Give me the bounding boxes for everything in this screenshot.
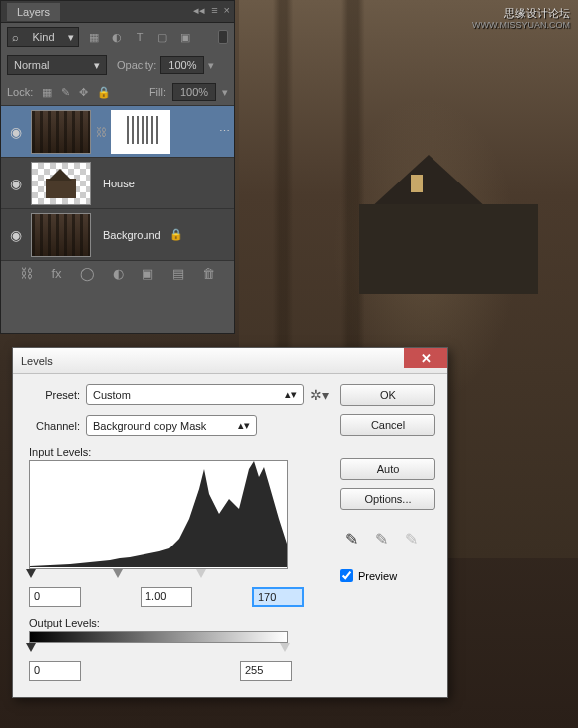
- watermark: 思缘设计论坛: [504, 6, 570, 21]
- opacity-input[interactable]: 100%: [160, 56, 204, 74]
- output-levels-label: Output Levels:: [29, 617, 326, 629]
- output-gradient: [29, 631, 288, 643]
- layer-row[interactable]: ◉ House: [1, 157, 234, 208]
- filter-kind-select[interactable]: ⌕ Kind ▾: [7, 27, 79, 47]
- lock-label: Lock:: [7, 86, 33, 98]
- preset-value: Custom: [93, 389, 131, 401]
- layers-panel: Layers ◂◂ ≡ × ⌕ Kind ▾ ▦ ◐ T ▢ ▣ Normal …: [0, 0, 235, 334]
- eyedropper-white-icon[interactable]: ✎: [400, 528, 422, 549]
- filter-smart-icon[interactable]: ▣: [176, 28, 194, 46]
- preset-select[interactable]: Custom ▴▾: [86, 384, 304, 405]
- layer-row[interactable]: ◉ Background 🔒: [1, 208, 234, 260]
- midtone-handle[interactable]: [113, 569, 123, 578]
- preview-label: Preview: [358, 570, 397, 582]
- group-icon[interactable]: ▣: [142, 266, 153, 281]
- panel-close-icon[interactable]: ×: [224, 4, 230, 17]
- eyedropper-gray-icon[interactable]: ✎: [370, 528, 392, 549]
- input-black-field[interactable]: 0: [29, 587, 81, 607]
- layer-thumbnail[interactable]: [31, 162, 91, 205]
- filter-adjust-icon[interactable]: ◐: [108, 28, 126, 46]
- ok-button[interactable]: OK: [340, 384, 435, 406]
- layer-thumbnail[interactable]: [31, 110, 91, 154]
- histogram: [29, 460, 288, 569]
- channel-value: Background copy Mask: [93, 420, 206, 432]
- preview-checkbox[interactable]: Preview: [340, 569, 435, 582]
- search-icon: ⌕: [12, 31, 19, 43]
- output-black-field[interactable]: 0: [29, 661, 81, 681]
- house-graphic: [349, 155, 548, 294]
- opacity-label: Opacity:: [117, 59, 156, 71]
- preset-label: Preset:: [25, 389, 80, 401]
- link-layers-icon[interactable]: ⛓: [20, 266, 33, 281]
- mask-icon[interactable]: ◯: [80, 266, 95, 281]
- input-slider[interactable]: [29, 569, 288, 581]
- fill-label: Fill:: [149, 86, 166, 98]
- chevron-down-icon[interactable]: ▾: [222, 86, 228, 99]
- dialog-title: Levels: [21, 355, 53, 367]
- panel-collapse-icon[interactable]: ◂◂: [193, 4, 205, 17]
- tab-layers[interactable]: Layers: [7, 3, 60, 21]
- input-mid-field[interactable]: 1.00: [141, 587, 192, 607]
- filter-type-icon[interactable]: T: [131, 28, 148, 46]
- lock-position-icon[interactable]: ✥: [79, 86, 88, 98]
- visibility-toggle[interactable]: ◉: [5, 176, 27, 191]
- mask-link-icon[interactable]: ⛓: [95, 126, 107, 138]
- layer-row[interactable]: ◉ ⛓ ⋯: [1, 105, 234, 157]
- select-updown-icon: ▴▾: [238, 419, 250, 432]
- output-black-handle[interactable]: [26, 643, 36, 652]
- levels-dialog: Levels ✕ Preset: Custom ▴▾ ✲▾ Channel: B…: [12, 347, 448, 698]
- layer-name[interactable]: House: [103, 178, 135, 189]
- lock-icon: 🔒: [169, 228, 183, 241]
- options-button[interactable]: Options...: [340, 488, 435, 510]
- dialog-titlebar[interactable]: Levels ✕: [13, 348, 447, 374]
- new-layer-icon[interactable]: ▤: [172, 266, 184, 281]
- delete-icon[interactable]: 🗑: [202, 266, 215, 281]
- layer-menu-icon[interactable]: ⋯: [219, 125, 230, 138]
- black-point-handle[interactable]: [26, 569, 36, 578]
- lock-transparent-icon[interactable]: ▦: [42, 86, 52, 98]
- fill-input[interactable]: 100%: [172, 83, 216, 101]
- lock-pixels-icon[interactable]: ✎: [61, 86, 70, 98]
- filter-pixel-icon[interactable]: ▦: [85, 28, 103, 46]
- input-levels-label: Input Levels:: [29, 446, 326, 458]
- blend-mode-select[interactable]: Normal ▾: [7, 55, 107, 75]
- cancel-button[interactable]: Cancel: [340, 414, 435, 436]
- auto-button[interactable]: Auto: [340, 458, 435, 480]
- filter-kind-label: Kind: [32, 31, 54, 43]
- layer-name[interactable]: Background: [103, 229, 161, 241]
- layer-list: ◉ ⛓ ⋯ ◉ House ◉ Background 🔒: [1, 105, 234, 260]
- filter-toggle[interactable]: [218, 30, 228, 44]
- chevron-down-icon[interactable]: ▾: [208, 59, 214, 72]
- layers-footer: ⛓ fx ◯ ◐ ▣ ▤ 🗑: [1, 260, 234, 286]
- layer-thumbnail[interactable]: [31, 213, 91, 257]
- panel-tab-bar: Layers ◂◂ ≡ ×: [1, 1, 234, 23]
- chevron-down-icon: ▾: [68, 31, 74, 44]
- layer-mask-thumbnail[interactable]: [111, 110, 170, 154]
- white-point-handle[interactable]: [196, 569, 206, 578]
- lock-all-icon[interactable]: 🔒: [97, 86, 111, 98]
- input-white-field[interactable]: 170: [252, 587, 304, 607]
- filter-type-icons: ▦ ◐ T ▢ ▣: [83, 28, 194, 47]
- adjustment-icon[interactable]: ◐: [113, 266, 124, 281]
- channel-label: Channel:: [25, 420, 80, 432]
- output-slider[interactable]: [29, 643, 288, 655]
- preset-menu-icon[interactable]: ✲▾: [310, 387, 326, 403]
- watermark-url: WWW.MISSYUAN.COM: [472, 20, 570, 30]
- preview-checkbox-input[interactable]: [340, 569, 353, 582]
- visibility-toggle[interactable]: ◉: [5, 124, 27, 140]
- channel-select[interactable]: Background copy Mask ▴▾: [86, 415, 257, 436]
- output-white-handle[interactable]: [280, 643, 290, 652]
- select-updown-icon: ▴▾: [285, 388, 297, 401]
- visibility-toggle[interactable]: ◉: [5, 227, 27, 243]
- close-button[interactable]: ✕: [404, 348, 447, 368]
- panel-menu-icon[interactable]: ≡: [211, 4, 217, 17]
- blend-mode-value: Normal: [14, 59, 49, 71]
- chevron-down-icon: ▾: [94, 59, 100, 72]
- eyedropper-black-icon[interactable]: ✎: [340, 528, 362, 549]
- filter-shape-icon[interactable]: ▢: [153, 28, 171, 46]
- output-white-field[interactable]: 255: [240, 661, 292, 681]
- fx-icon[interactable]: fx: [51, 266, 61, 281]
